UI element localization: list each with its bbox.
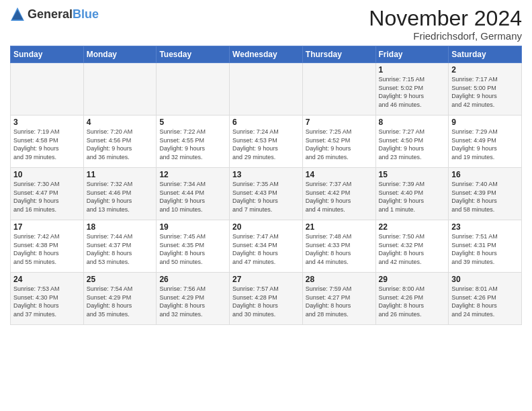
day-info: Sunrise: 7:19 AM Sunset: 4:58 PM Dayligh…: [13, 128, 81, 161]
day-number: 1: [379, 65, 446, 75]
day-info: Sunrise: 7:45 AM Sunset: 4:35 PM Dayligh…: [159, 232, 226, 266]
logo-text: GeneralBlue: [28, 8, 99, 21]
day-number: 16: [451, 170, 519, 179]
calendar-cell: [11, 63, 84, 116]
day-info: Sunrise: 7:53 AM Sunset: 4:30 PM Dayligh…: [13, 285, 81, 318]
day-info: Sunrise: 7:27 AM Sunset: 4:50 PM Dayligh…: [379, 128, 446, 161]
day-number: 18: [87, 222, 154, 232]
calendar-week-4: 17Sunrise: 7:42 AM Sunset: 4:38 PM Dayli…: [11, 220, 522, 273]
day-number: 30: [451, 275, 519, 284]
calendar-cell: 4Sunrise: 7:20 AM Sunset: 4:56 PM Daylig…: [83, 116, 157, 168]
calendar-cell: 20Sunrise: 7:47 AM Sunset: 4:34 PM Dayli…: [230, 220, 303, 273]
calendar-week-3: 10Sunrise: 7:30 AM Sunset: 4:47 PM Dayli…: [11, 168, 522, 220]
calendar-week-1: 1Sunrise: 7:15 AM Sunset: 5:02 PM Daylig…: [11, 63, 522, 116]
day-number: 17: [13, 222, 81, 232]
col-thursday: Thursday: [302, 46, 375, 63]
calendar-cell: 28Sunrise: 7:59 AM Sunset: 4:27 PM Dayli…: [302, 273, 375, 325]
day-info: Sunrise: 8:01 AM Sunset: 4:26 PM Dayligh…: [451, 285, 519, 318]
calendar-header-row: Sunday Monday Tuesday Wednesday Thursday…: [11, 46, 522, 63]
day-info: Sunrise: 7:29 AM Sunset: 4:49 PM Dayligh…: [451, 128, 519, 161]
col-sunday: Sunday: [11, 46, 84, 63]
col-tuesday: Tuesday: [157, 46, 230, 63]
day-info: Sunrise: 7:20 AM Sunset: 4:56 PM Dayligh…: [87, 128, 154, 161]
calendar-cell: 14Sunrise: 7:37 AM Sunset: 4:42 PM Dayli…: [302, 168, 375, 220]
calendar-cell: 3Sunrise: 7:19 AM Sunset: 4:58 PM Daylig…: [11, 116, 84, 168]
day-info: Sunrise: 7:54 AM Sunset: 4:29 PM Dayligh…: [87, 285, 154, 318]
calendar-cell: 13Sunrise: 7:35 AM Sunset: 4:43 PM Dayli…: [230, 168, 303, 220]
day-info: Sunrise: 7:22 AM Sunset: 4:55 PM Dayligh…: [159, 128, 226, 161]
calendar-cell: 15Sunrise: 7:39 AM Sunset: 4:40 PM Dayli…: [375, 168, 449, 220]
calendar-cell: 18Sunrise: 7:44 AM Sunset: 4:37 PM Dayli…: [83, 220, 157, 273]
day-info: Sunrise: 7:59 AM Sunset: 4:27 PM Dayligh…: [306, 285, 373, 318]
day-info: Sunrise: 7:30 AM Sunset: 4:47 PM Dayligh…: [13, 180, 81, 214]
calendar-table: Sunday Monday Tuesday Wednesday Thursday…: [10, 46, 522, 325]
day-number: 22: [379, 222, 446, 232]
day-info: Sunrise: 8:00 AM Sunset: 4:26 PM Dayligh…: [379, 285, 446, 318]
calendar-cell: 10Sunrise: 7:30 AM Sunset: 4:47 PM Dayli…: [11, 168, 84, 220]
calendar-cell: 2Sunrise: 7:17 AM Sunset: 5:00 PM Daylig…: [449, 63, 522, 116]
day-info: Sunrise: 7:25 AM Sunset: 4:52 PM Dayligh…: [306, 128, 373, 161]
calendar-cell: 26Sunrise: 7:56 AM Sunset: 4:29 PM Dayli…: [157, 273, 230, 325]
day-number: 15: [379, 170, 446, 179]
calendar-week-2: 3Sunrise: 7:19 AM Sunset: 4:58 PM Daylig…: [11, 116, 522, 168]
day-number: 28: [306, 275, 373, 284]
day-number: 11: [87, 170, 154, 179]
day-number: 6: [232, 118, 300, 127]
day-info: Sunrise: 7:42 AM Sunset: 4:38 PM Dayligh…: [13, 232, 81, 266]
day-info: Sunrise: 7:39 AM Sunset: 4:40 PM Dayligh…: [379, 180, 446, 214]
day-number: 19: [159, 222, 226, 232]
day-info: Sunrise: 7:32 AM Sunset: 4:46 PM Dayligh…: [87, 180, 154, 214]
day-info: Sunrise: 7:17 AM Sunset: 5:00 PM Dayligh…: [451, 75, 519, 109]
col-friday: Friday: [375, 46, 449, 63]
day-number: 3: [13, 118, 81, 127]
day-info: Sunrise: 7:44 AM Sunset: 4:37 PM Dayligh…: [87, 232, 154, 266]
calendar-week-5: 24Sunrise: 7:53 AM Sunset: 4:30 PM Dayli…: [11, 273, 522, 325]
calendar-cell: 1Sunrise: 7:15 AM Sunset: 5:02 PM Daylig…: [375, 63, 449, 116]
day-info: Sunrise: 7:57 AM Sunset: 4:28 PM Dayligh…: [232, 285, 300, 318]
calendar-cell: 25Sunrise: 7:54 AM Sunset: 4:29 PM Dayli…: [83, 273, 157, 325]
logo-blue: Blue: [73, 7, 99, 21]
logo-icon: [10, 7, 25, 21]
calendar-cell: 8Sunrise: 7:27 AM Sunset: 4:50 PM Daylig…: [375, 116, 449, 168]
calendar-cell: 5Sunrise: 7:22 AM Sunset: 4:55 PM Daylig…: [157, 116, 230, 168]
calendar-cell: 9Sunrise: 7:29 AM Sunset: 4:49 PM Daylig…: [449, 116, 522, 168]
calendar-cell: 17Sunrise: 7:42 AM Sunset: 4:38 PM Dayli…: [11, 220, 84, 273]
calendar-cell: 11Sunrise: 7:32 AM Sunset: 4:46 PM Dayli…: [83, 168, 157, 220]
calendar-cell: [83, 63, 157, 116]
day-info: Sunrise: 7:51 AM Sunset: 4:31 PM Dayligh…: [451, 232, 519, 266]
day-info: Sunrise: 7:50 AM Sunset: 4:32 PM Dayligh…: [379, 232, 446, 266]
calendar-cell: 23Sunrise: 7:51 AM Sunset: 4:31 PM Dayli…: [449, 220, 522, 273]
day-number: 29: [379, 275, 446, 284]
calendar-cell: [302, 63, 375, 116]
day-info: Sunrise: 7:24 AM Sunset: 4:53 PM Dayligh…: [232, 128, 300, 161]
day-number: 12: [159, 170, 226, 179]
col-saturday: Saturday: [449, 46, 522, 63]
day-number: 8: [379, 118, 446, 127]
day-info: Sunrise: 7:37 AM Sunset: 4:42 PM Dayligh…: [306, 180, 373, 214]
calendar-cell: 19Sunrise: 7:45 AM Sunset: 4:35 PM Dayli…: [157, 220, 230, 273]
logo-general: General: [28, 7, 73, 21]
logo: GeneralBlue: [10, 7, 99, 21]
calendar-cell: 22Sunrise: 7:50 AM Sunset: 4:32 PM Dayli…: [375, 220, 449, 273]
page-container: GeneralBlue November 2024 Friedrichsdorf…: [0, 0, 532, 328]
col-monday: Monday: [83, 46, 157, 63]
day-info: Sunrise: 7:35 AM Sunset: 4:43 PM Dayligh…: [232, 180, 300, 214]
day-number: 13: [232, 170, 300, 179]
day-number: 7: [306, 118, 373, 127]
day-number: 2: [451, 65, 519, 75]
day-number: 25: [87, 275, 154, 284]
day-number: 14: [306, 170, 373, 179]
calendar-cell: 12Sunrise: 7:34 AM Sunset: 4:44 PM Dayli…: [157, 168, 230, 220]
calendar-cell: 27Sunrise: 7:57 AM Sunset: 4:28 PM Dayli…: [230, 273, 303, 325]
day-number: 4: [87, 118, 154, 127]
day-info: Sunrise: 7:40 AM Sunset: 4:39 PM Dayligh…: [451, 180, 519, 214]
day-number: 9: [451, 118, 519, 127]
day-number: 24: [13, 275, 81, 284]
day-info: Sunrise: 7:34 AM Sunset: 4:44 PM Dayligh…: [159, 180, 226, 214]
day-info: Sunrise: 7:48 AM Sunset: 4:33 PM Dayligh…: [306, 232, 373, 266]
col-wednesday: Wednesday: [230, 46, 303, 63]
calendar-cell: 7Sunrise: 7:25 AM Sunset: 4:52 PM Daylig…: [302, 116, 375, 168]
day-number: 10: [13, 170, 81, 179]
day-number: 27: [232, 275, 300, 284]
header: GeneralBlue November 2024 Friedrichsdorf…: [10, 7, 522, 42]
